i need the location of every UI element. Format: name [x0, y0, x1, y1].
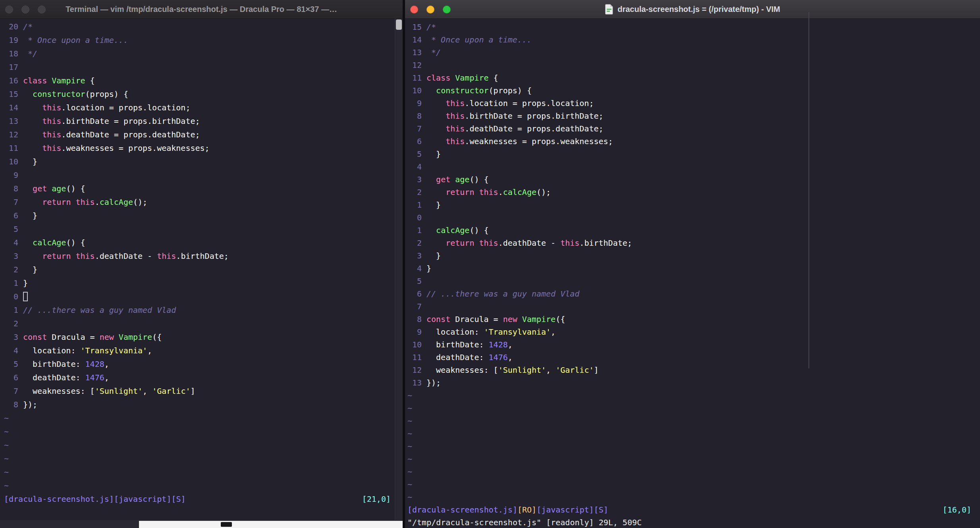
window-controls	[5, 0, 46, 19]
vim-statusline: [dracula-screenshot.js][javascript][S] […	[4, 492, 403, 506]
code-text: }	[426, 149, 441, 159]
code-line: 5 birthDate: 1428,	[4, 357, 403, 371]
line-number: 6	[4, 209, 18, 222]
line-number: 12	[407, 59, 422, 71]
code-text: // ...there was a guy named Vlad	[426, 289, 579, 299]
code-text: }	[23, 211, 37, 220]
code-line: 15 constructor(props) {	[4, 87, 403, 101]
minimize-button[interactable]	[426, 6, 434, 13]
vim-cmdline: "/tmp/dracula-screenshot.js" [readonly] …	[407, 516, 980, 528]
code-line: 8 this.birthDate = props.birthDate;	[407, 110, 980, 122]
code-text: this.weaknesses = props.weaknesses;	[23, 143, 210, 153]
line-number: 1	[407, 224, 422, 237]
line-number: 6	[407, 135, 422, 148]
zoom-button[interactable]	[38, 6, 46, 13]
code-line: 13 this.birthDate = props.birthDate;	[4, 114, 403, 128]
macvim-titlebar[interactable]: dracula-screenshot.js = (/private/tmp) -…	[405, 0, 980, 19]
line-number: 18	[4, 47, 18, 60]
code-text: }	[426, 200, 441, 210]
code-line: 4}	[407, 262, 980, 275]
code-line: 11class Vampire {	[407, 71, 980, 84]
line-number: 6	[407, 287, 422, 300]
tilde-line: ~	[4, 411, 403, 425]
line-number: 5	[4, 222, 18, 236]
line-number: 7	[4, 195, 18, 209]
close-button[interactable]	[5, 6, 13, 13]
code-line: 14 * Once upon a time...	[407, 33, 980, 46]
code-text: return this.calcAge();	[23, 197, 147, 207]
code-line: 12 this.deathDate = props.deathDate;	[4, 128, 403, 141]
code-line: 20/*	[4, 20, 403, 33]
empty-buffer-lines: ~~~~~~~~~	[407, 389, 980, 503]
tilde-line: ~	[407, 465, 980, 478]
tilde-line: ~	[407, 478, 980, 491]
code-line: 7 this.deathDate = props.deathDate;	[407, 122, 980, 135]
code-line: 3const Dracula = new Vampire({	[4, 330, 403, 344]
line-number: 1	[4, 276, 18, 290]
code-text: class Vampire {	[426, 73, 498, 83]
code-text	[23, 292, 28, 301]
line-number: 3	[4, 330, 18, 344]
code-text: const Dracula = new Vampire({	[23, 332, 162, 342]
code-line: 1 calcAge() {	[407, 224, 980, 237]
code-line: 5 }	[407, 148, 980, 160]
line-number: 15	[407, 21, 422, 33]
code-line: 3 }	[407, 249, 980, 262]
code-line: 13});	[407, 376, 980, 389]
code-line: 2 }	[4, 263, 403, 276]
line-number: 4	[4, 236, 18, 249]
code-line: 4 calcAge() {	[4, 236, 403, 249]
code-text: */	[426, 48, 441, 57]
code-text: class Vampire {	[23, 76, 95, 85]
scrollbar-thumb[interactable]	[808, 12, 809, 368]
code-line: 4 location: 'Transylvania',	[4, 344, 403, 357]
code-area: 20/*19 * Once upon a time...18 */1716cla…	[4, 20, 403, 411]
line-number: 12	[407, 364, 422, 376]
code-line: 13 */	[407, 46, 980, 59]
background-window-content	[221, 522, 232, 527]
code-text: this.birthDate = props.birthDate;	[23, 116, 200, 126]
scrollbar-thumb[interactable]	[396, 19, 402, 30]
code-text: }	[23, 278, 28, 288]
terminal-titlebar[interactable]: Terminal — vim /tmp/dracula-screenshot.j…	[0, 0, 403, 19]
code-text: return this.deathDate - this.birthDate;	[426, 238, 632, 248]
line-number: 12	[4, 128, 18, 141]
tilde-line: ~	[4, 452, 403, 465]
code-text: const Dracula = new Vampire({	[426, 314, 565, 324]
code-text: }	[426, 264, 431, 273]
background-window	[139, 521, 403, 528]
vim-editor-right[interactable]: 15/*14 * Once upon a time...13 */1211cla…	[405, 19, 980, 528]
line-number: 5	[4, 357, 18, 371]
code-text: birthDate: 1428,	[23, 359, 109, 369]
line-number: 10	[407, 338, 422, 351]
scrollbar[interactable]	[395, 19, 403, 520]
line-number: 1	[4, 303, 18, 317]
zoom-button[interactable]	[443, 6, 451, 13]
code-area: 15/*14 * Once upon a time...13 */1211cla…	[407, 21, 980, 389]
code-text: this.location = props.location;	[23, 103, 190, 112]
code-line: 6 }	[4, 209, 403, 222]
line-number: 2	[407, 237, 422, 249]
line-number: 1	[407, 198, 422, 211]
line-number: 6	[4, 371, 18, 384]
code-text: // ...there was a guy named Vlad	[23, 305, 176, 315]
line-number: 8	[407, 110, 422, 122]
code-text: * Once upon a time...	[23, 35, 128, 45]
code-line: 6 this.weaknesses = props.weaknesses;	[407, 135, 980, 148]
code-text: weaknesses: ['Sunlight', 'Garlic']	[23, 386, 195, 396]
code-text: constructor(props) {	[426, 86, 532, 95]
tilde-line: ~	[407, 402, 980, 414]
line-number: 19	[4, 33, 18, 47]
line-number: 8	[407, 313, 422, 326]
code-line: 4	[407, 160, 980, 173]
code-text: this.location = props.location;	[426, 98, 594, 108]
line-number: 15	[4, 87, 18, 101]
code-text: calcAge() {	[426, 225, 489, 235]
line-number: 17	[4, 60, 18, 74]
minimize-button[interactable]	[21, 6, 29, 13]
code-line: 1}	[4, 276, 403, 290]
tilde-line: ~	[407, 414, 980, 427]
line-number: 10	[4, 155, 18, 168]
close-button[interactable]	[410, 6, 418, 13]
vim-editor-left[interactable]: 20/*19 * Once upon a time...18 */1716cla…	[0, 19, 403, 520]
